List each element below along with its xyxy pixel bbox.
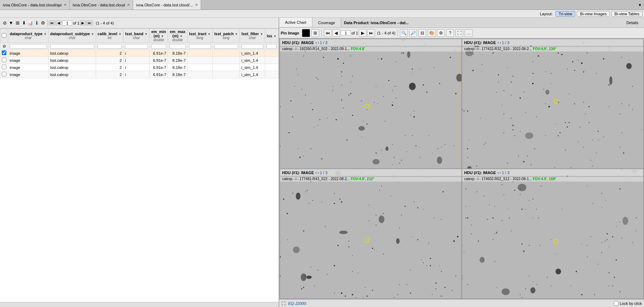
- image-cell-0[interactable]: HDU (#1): IMAGE ‹ › 1 / 3 calexp - i - 1…: [280, 39, 461, 168]
- help-btn[interactable]: ?: [446, 29, 454, 37]
- pin-black-square[interactable]: [302, 29, 310, 37]
- color-btn[interactable]: 🎨: [428, 29, 436, 37]
- filter-input-lsst-tract[interactable]: [189, 44, 211, 49]
- stretch-btn[interactable]: ⊟: [418, 29, 426, 37]
- filter-dataproduct-type[interactable]: [8, 43, 49, 50]
- image-cell-1[interactable]: HDU (#1): IMAGE ‹ › 1 / 3 calexp - i - 1…: [462, 39, 644, 168]
- last-page-btn[interactable]: ⏭: [86, 21, 93, 25]
- img-first-btn[interactable]: ⏮: [324, 29, 332, 37]
- filter-input-em-max[interactable]: [169, 44, 185, 49]
- image-cell-2[interactable]: HDU (#1): IMAGE ‹ › 1 / 3 calexp - i - 1…: [280, 169, 461, 298]
- row-checkbox[interactable]: [2, 50, 6, 55]
- expand-btn[interactable]: ⛶: [455, 29, 463, 37]
- table-row[interactable]: image lsst.calexp 2 i 6.91e-7 8.18e-7 i_…: [0, 50, 279, 57]
- header-dataproduct-type[interactable]: dataproduct_type ▼ char: [8, 29, 49, 43]
- tab-1[interactable]: ivoa.ObsCore - data.lsst.cloud/api ✕: [0, 0, 70, 10]
- row-checkbox[interactable]: [2, 65, 6, 69]
- hdu-next-1[interactable]: ›: [500, 40, 501, 45]
- filter-input-calib-level[interactable]: [97, 44, 122, 49]
- layout-bi-images[interactable]: Bi-view Images: [577, 11, 610, 17]
- layout-tri-view[interactable]: Tri-view: [555, 11, 575, 17]
- options-btn[interactable]: ⚙: [437, 29, 445, 37]
- header-lsst-tract[interactable]: lsst_tract ▼ long: [187, 29, 212, 43]
- img-page-input[interactable]: [341, 31, 351, 36]
- layout-bi-tables[interactable]: Bi-view Tables: [611, 11, 643, 17]
- hdu-next-0[interactable]: ›: [318, 40, 319, 45]
- tab-coverage[interactable]: Coverage: [312, 18, 341, 27]
- page-input[interactable]: [62, 21, 72, 26]
- row-checkbox[interactable]: [2, 72, 6, 76]
- filter-input-dataproduct-type[interactable]: [10, 44, 47, 49]
- tab-3-close[interactable]: ✕: [195, 3, 198, 7]
- tabs-menu[interactable]: ▼: [638, 3, 644, 7]
- filter-input-lsst-patch[interactable]: [214, 44, 238, 49]
- filter-input-lsst-filter[interactable]: [241, 44, 263, 49]
- hdu-prev-2[interactable]: ‹: [315, 170, 317, 175]
- settings-icon[interactable]: ⚙: [40, 20, 46, 26]
- zoom-in-btn[interactable]: 🔍: [400, 29, 408, 37]
- filter-em-min[interactable]: [149, 43, 168, 50]
- tab-active-chart[interactable]: Active Chart: [279, 18, 312, 27]
- first-page-btn[interactable]: ⏮: [49, 21, 55, 25]
- table-icon[interactable]: ⊞: [14, 20, 21, 26]
- filter-input-lss[interactable]: [266, 44, 277, 49]
- lock-by-click-checkbox[interactable]: [614, 301, 618, 306]
- header-lsst-filter[interactable]: lsst_filter ▼ char: [240, 29, 265, 43]
- filter-dataproduct-subtype[interactable]: [48, 43, 96, 50]
- header-lss[interactable]: lss ▼: [265, 29, 279, 43]
- filter-lsst-tract[interactable]: [187, 43, 212, 50]
- row-checkbox-cell[interactable]: [0, 50, 8, 57]
- table-scrollbar[interactable]: [0, 302, 279, 307]
- more-btn[interactable]: …: [465, 29, 473, 37]
- filter-lsst-filter[interactable]: [240, 43, 265, 50]
- hdu-next-2[interactable]: ›: [318, 170, 319, 175]
- tab-1-close[interactable]: ✕: [64, 3, 67, 7]
- row-checkbox-cell[interactable]: [0, 64, 8, 71]
- filter-row-icon[interactable]: ⊘: [2, 44, 6, 49]
- chart-icon[interactable]: 📊: [27, 20, 33, 26]
- filter-lss[interactable]: [265, 43, 279, 50]
- header-checkbox-col[interactable]: [0, 29, 8, 43]
- hdu-next-3[interactable]: ›: [500, 170, 501, 175]
- header-dataproduct-subtype[interactable]: dataproduct_subtype ▼ char: [48, 29, 96, 43]
- img-last-btn[interactable]: ⏭: [367, 29, 375, 37]
- img-prev-btn[interactable]: ◀: [332, 29, 340, 37]
- table-row[interactable]: image lsst.calexp 2 i 6.91e-7 8.18e-7 i_…: [0, 64, 279, 71]
- zoom-out-btn[interactable]: 🔎: [409, 29, 417, 37]
- hdu-prev-0[interactable]: ‹: [315, 40, 317, 45]
- funnel-icon[interactable]: ▼: [8, 20, 14, 26]
- row-checkbox-cell[interactable]: [0, 57, 8, 64]
- expand-icon[interactable]: ⛶: [281, 301, 285, 306]
- next-page-btn[interactable]: ▶: [80, 21, 86, 25]
- grid-view-btn[interactable]: ⊞: [311, 29, 319, 37]
- eq-j2000-label[interactable]: EQ-J2000:: [288, 301, 307, 306]
- row-checkbox[interactable]: [2, 58, 6, 62]
- filter-input-em-min[interactable]: [151, 44, 167, 49]
- select-all-checkbox[interactable]: [2, 33, 6, 38]
- table-row[interactable]: image lsst.calexp 2 i 6.91e-7 8.18e-7 i_…: [0, 71, 279, 78]
- table-row[interactable]: image lsst.calexp 2 i 6.91e-7 8.18e-7 i_…: [0, 57, 279, 64]
- row-checkbox-cell[interactable]: [0, 71, 8, 78]
- tab-2[interactable]: ivoa.ObsCore - data.lsst.cloud ✕: [70, 0, 133, 10]
- filter-input-lsst-band[interactable]: [125, 44, 148, 49]
- prev-page-btn[interactable]: ◀: [56, 21, 62, 25]
- hdu-prev-1[interactable]: ‹: [497, 40, 499, 45]
- header-lsst-patch[interactable]: lsst_patch ▼ long: [212, 29, 239, 43]
- filter-icon[interactable]: ⊘: [1, 20, 8, 26]
- filter-lsst-band[interactable]: [123, 43, 149, 50]
- tab-3[interactable]: ivoa.ObsCore - data.lsst.cloud/... ✕: [133, 0, 201, 10]
- header-lsst-band[interactable]: lsst_band ▼ char: [123, 29, 149, 43]
- filter-calib-level[interactable]: [96, 43, 123, 50]
- tab-2-close[interactable]: ✕: [127, 3, 130, 7]
- download-icon[interactable]: ⬇: [21, 20, 27, 26]
- filter-lsst-patch[interactable]: [212, 43, 239, 50]
- image-cell-3[interactable]: HDU (#1): IMAGE ‹ › 1 / 3 calexp - i - 1…: [462, 169, 644, 298]
- hdu-prev-3[interactable]: ‹: [497, 170, 499, 175]
- tab-details[interactable]: Details: [621, 18, 644, 27]
- img-next-btn[interactable]: ▶: [359, 29, 366, 37]
- header-calib-level[interactable]: calib_level ▼ int: [96, 29, 123, 43]
- filter-input-dataproduct-subtype[interactable]: [50, 44, 94, 49]
- info-icon[interactable]: ℹ: [33, 20, 40, 26]
- header-em-max[interactable]: em_max(m) ▼ double: [168, 29, 187, 43]
- header-em-min[interactable]: em_min(m) ▼ double: [149, 29, 168, 43]
